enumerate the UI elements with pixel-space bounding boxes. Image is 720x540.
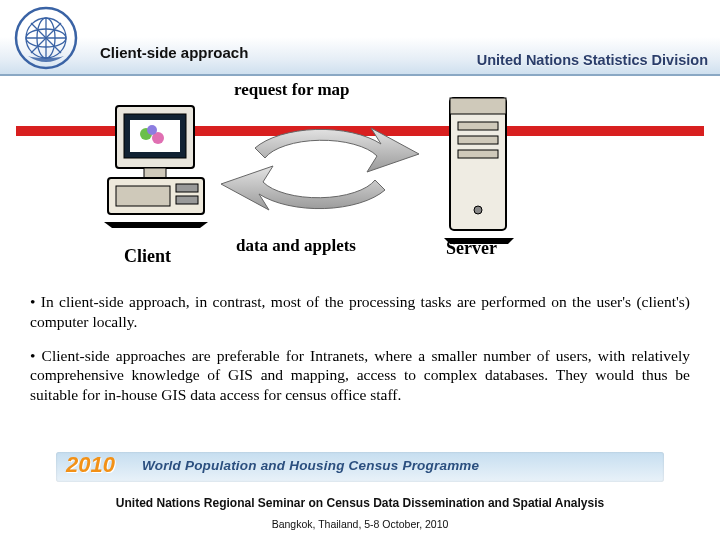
bullet-2: • Client-side approaches are preferable … (30, 346, 690, 405)
diagram-bottom-label: data and applets (236, 236, 356, 256)
server-tower-icon (440, 94, 522, 250)
client-computer-icon (102, 102, 210, 234)
client-label: Client (124, 246, 171, 267)
bullet-1: • In client-side approach, in contrast, … (30, 292, 690, 332)
exchange-arrows-icon (215, 104, 425, 238)
census-year: 2010 (66, 452, 115, 478)
footer-location-date: Bangkok, Thailand, 5-8 October, 2010 (0, 518, 720, 530)
svg-rect-16 (116, 186, 170, 206)
diagram-area: request for map (0, 76, 720, 272)
footer-seminar-title: United Nations Regional Seminar on Censu… (0, 496, 720, 510)
svg-rect-21 (458, 122, 498, 130)
diagram-top-label: request for map (234, 80, 350, 100)
svg-rect-18 (176, 196, 198, 204)
org-subhead: United Nations Statistics Division (477, 52, 708, 68)
census-text: World Population and Housing Census Prog… (142, 458, 479, 473)
svg-rect-14 (144, 168, 166, 178)
svg-rect-17 (176, 184, 198, 192)
header-bar: Client-side approach United Nations Stat… (0, 0, 720, 76)
svg-point-13 (147, 125, 157, 135)
un-logo-icon (14, 6, 78, 74)
svg-rect-23 (458, 150, 498, 158)
body-text-block: • In client-side approach, in contrast, … (30, 292, 690, 419)
svg-rect-20 (450, 98, 506, 114)
svg-point-24 (474, 206, 482, 214)
svg-rect-22 (458, 136, 498, 144)
slide-title: Client-side approach (100, 44, 248, 61)
